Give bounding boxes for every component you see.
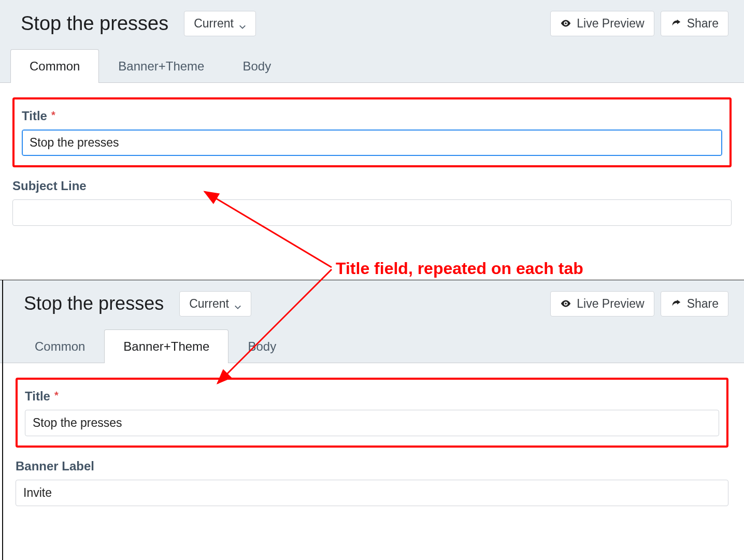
svg-point-0 — [565, 22, 567, 24]
required-asterisk-icon: * — [54, 390, 59, 401]
label-text: Subject Line — [12, 179, 87, 193]
annotation-text: Title field, repeated on each tab — [336, 259, 583, 278]
tab-label: Common — [30, 59, 80, 73]
form-panel: Title * Subject Line — [0, 83, 744, 226]
version-dropdown[interactable]: Current — [184, 11, 256, 36]
segment-banner-theme-tab: Stop the presses Current Live Preview — [0, 280, 744, 560]
subject-line-input[interactable] — [12, 199, 732, 226]
tab-banner-theme[interactable]: Banner+Theme — [99, 49, 223, 83]
share-icon — [670, 298, 682, 309]
header-actions: Live Preview Share — [550, 291, 728, 317]
live-preview-label: Live Preview — [577, 17, 644, 31]
title-input[interactable] — [25, 410, 719, 436]
subject-line-label: Subject Line — [12, 179, 732, 193]
version-dropdown[interactable]: Current — [179, 291, 251, 317]
tab-common[interactable]: Common — [10, 49, 99, 83]
share-icon — [670, 18, 682, 29]
tab-label: Banner+Theme — [123, 339, 209, 353]
tabs: Common Banner+Theme Body — [0, 327, 744, 363]
tab-common[interactable]: Common — [16, 329, 104, 363]
header-bar: Stop the presses Current Live Preview — [0, 0, 744, 47]
tab-body[interactable]: Body — [223, 49, 290, 83]
form-panel: Title * Banner Label — [0, 363, 744, 506]
title-field-highlight: Title * — [12, 97, 732, 167]
share-label: Share — [687, 297, 719, 311]
label-text: Title — [22, 109, 47, 123]
chevron-down-icon — [234, 300, 241, 307]
page-title: Stop the presses — [24, 293, 164, 314]
title-field-highlight: Title * — [16, 378, 728, 448]
svg-point-1 — [565, 303, 567, 305]
label-text: Title — [25, 389, 50, 404]
version-label: Current — [189, 297, 229, 311]
version-label: Current — [194, 17, 234, 31]
share-button[interactable]: Share — [661, 291, 728, 317]
banner-label-label: Banner Label — [16, 459, 728, 473]
required-asterisk-icon: * — [51, 109, 55, 121]
title-label: Title * — [25, 389, 719, 404]
tab-label: Body — [248, 339, 276, 353]
header-bar: Stop the presses Current Live Preview — [0, 280, 744, 327]
subject-line-field: Subject Line — [12, 179, 732, 226]
segment-common-tab: Stop the presses Current Live Preview — [0, 0, 744, 280]
header-actions: Live Preview Share — [550, 11, 728, 36]
label-text: Banner Label — [16, 459, 94, 473]
tab-label: Banner+Theme — [118, 59, 204, 73]
banner-label-field: Banner Label — [16, 459, 728, 506]
live-preview-button[interactable]: Live Preview — [550, 11, 654, 36]
tab-label: Common — [35, 339, 85, 353]
segment-divider — [2, 280, 3, 560]
page-title: Stop the presses — [21, 12, 168, 35]
live-preview-button[interactable]: Live Preview — [550, 291, 654, 317]
tab-body[interactable]: Body — [228, 329, 295, 363]
tabs: Common Banner+Theme Body — [0, 47, 744, 83]
share-button[interactable]: Share — [661, 11, 728, 36]
tab-label: Body — [242, 59, 271, 73]
title-label: Title * — [22, 109, 722, 123]
banner-label-input[interactable] — [16, 480, 728, 506]
eye-icon — [560, 298, 571, 309]
tab-banner-theme[interactable]: Banner+Theme — [104, 329, 228, 363]
chevron-down-icon — [239, 20, 246, 27]
eye-icon — [560, 18, 571, 29]
title-input[interactable] — [22, 130, 722, 156]
live-preview-label: Live Preview — [577, 297, 644, 311]
share-label: Share — [687, 17, 719, 31]
